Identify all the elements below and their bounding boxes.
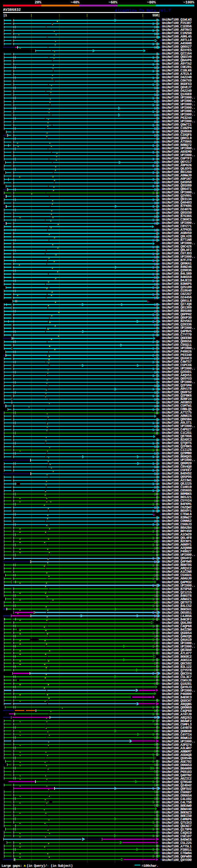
svg-text:AV386832: AV386832 [3, 8, 21, 12]
svg-text:~80%: ~80% [147, 0, 156, 5]
svg-text:|1: |1 [3, 13, 7, 18]
svg-text:Large gaps:: Large gaps: [2, 864, 22, 868]
svg-text:=100char.: =100char. [141, 864, 158, 868]
svg-text:UniRef100_Q4YX90: UniRef100_Q4YX90 [162, 858, 192, 862]
svg-text:558|: 558| [152, 13, 160, 18]
svg-text:~100%: ~100% [183, 0, 195, 5]
svg-text:~40%: ~40% [70, 0, 80, 5]
svg-text:(in Query)/- (in Subject): (in Query)/- (in Subject) [27, 864, 73, 868]
svg-text:20%: 20% [34, 0, 41, 5]
svg-text:~60%: ~60% [108, 0, 118, 5]
